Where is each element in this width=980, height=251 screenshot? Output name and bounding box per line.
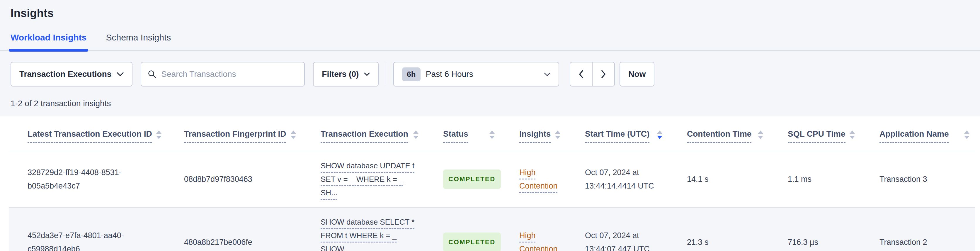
cell-application-name: Transaction 2 xyxy=(861,207,975,251)
cell-transaction-execution: SHOW database SELECT * FROM t WHERE k = … xyxy=(302,207,424,251)
column-header-application-name[interactable]: Application Name xyxy=(861,117,975,151)
cell-transaction-execution: SHOW database UPDATE t SET v = _ WHERE k… xyxy=(302,151,424,207)
table-row: 452da3e7-e7fa-4801-aa40- c59988d14eb6 48… xyxy=(9,207,975,251)
tab-workload-insights[interactable]: Workload Insights xyxy=(11,32,86,50)
transaction-statement-link[interactable]: SHOW database SELECT * FROM t WHERE k = … xyxy=(321,217,414,251)
cell-status: COMPLETED xyxy=(424,151,501,207)
cell-start-time: Oct 07, 2024 at 13:44:14.4414 UTC xyxy=(566,151,668,207)
chevron-down-icon xyxy=(364,72,370,76)
cell-contention-time: 21.3 s xyxy=(668,207,769,251)
filters-label: Filters (0) xyxy=(322,69,359,79)
page-title: Insights xyxy=(0,0,980,20)
cell-fingerprint-id: 480a8b217be006fe xyxy=(165,207,302,251)
sort-icon xyxy=(156,131,161,139)
search-input[interactable] xyxy=(161,69,298,79)
cell-contention-time: 14.1 s xyxy=(668,151,769,207)
vertical-divider xyxy=(386,62,386,86)
cell-fingerprint-id: 08d8b7d97f830463 xyxy=(165,151,302,207)
chevron-left-icon xyxy=(579,70,584,78)
insights-table-container: Latest Transaction Execution ID Transact… xyxy=(9,117,975,251)
results-count: 1-2 of 2 transaction insights xyxy=(11,99,980,108)
column-header-transaction-execution[interactable]: Transaction Execution xyxy=(302,117,424,151)
column-header-start-time[interactable]: Start Time (UTC) xyxy=(566,117,668,151)
chevron-down-icon xyxy=(117,72,124,76)
column-header-insights[interactable]: Insights xyxy=(501,117,566,151)
sort-icon xyxy=(964,131,969,139)
column-header-sql-cpu-time[interactable]: SQL CPU Time xyxy=(769,117,861,151)
cell-latest-execution-id: 328729d2-ff19-4408-8531- b05a5b4e43c7 xyxy=(9,151,165,207)
sort-icon xyxy=(291,131,296,139)
cell-sql-cpu-time: 1.1 ms xyxy=(769,151,861,207)
high-contention-link[interactable]: High Contention xyxy=(519,231,558,251)
tabs-bar: Workload Insights Schema Insights xyxy=(0,32,980,51)
time-range-chip: 6h xyxy=(402,67,420,81)
column-header-status[interactable]: Status xyxy=(424,117,501,151)
sort-icon xyxy=(489,131,495,139)
cell-sql-cpu-time: 716.3 µs xyxy=(769,207,861,251)
insights-header-section: Insights Workload Insights Schema Insigh… xyxy=(0,0,980,117)
chevron-right-icon xyxy=(601,70,606,78)
transaction-statement-link[interactable]: SHOW database UPDATE t SET v = _ WHERE k… xyxy=(321,161,414,197)
tab-label: Workload Insights xyxy=(11,32,86,42)
chevron-down-icon xyxy=(544,72,550,76)
cell-latest-execution-id: 452da3e7-e7fa-4801-aa40- c59988d14eb6 xyxy=(9,207,165,251)
cell-insights: High Contention xyxy=(501,151,566,207)
sort-icon xyxy=(555,131,560,139)
next-time-button[interactable] xyxy=(592,62,615,86)
now-button[interactable]: Now xyxy=(619,62,654,86)
time-range-label: Past 6 Hours xyxy=(426,69,473,79)
cell-insights: High Contention xyxy=(501,207,566,251)
prev-time-button[interactable] xyxy=(570,62,593,86)
search-icon xyxy=(148,70,156,78)
execution-type-dropdown[interactable]: Transaction Executions xyxy=(11,62,132,86)
transaction-insights-table: Latest Transaction Execution ID Transact… xyxy=(9,117,975,251)
table-row: 328729d2-ff19-4408-8531- b05a5b4e43c7 08… xyxy=(9,151,975,207)
tab-schema-insights[interactable]: Schema Insights xyxy=(106,32,171,50)
sort-icon-active-desc xyxy=(657,131,662,139)
status-badge: COMPLETED xyxy=(443,232,501,251)
time-range-picker[interactable]: 6h Past 6 Hours xyxy=(393,62,559,86)
time-range-pager xyxy=(570,62,615,86)
table-header-row: Latest Transaction Execution ID Transact… xyxy=(9,117,975,151)
cell-start-time: Oct 07, 2024 at 13:44:07.447 UTC xyxy=(566,207,668,251)
column-header-fingerprint-id[interactable]: Transaction Fingerprint ID xyxy=(165,117,302,151)
tab-label: Schema Insights xyxy=(106,32,171,42)
controls-row: Transaction Executions Filters (0) 6h Pa… xyxy=(11,62,969,86)
sort-icon xyxy=(758,131,763,139)
column-header-contention-time[interactable]: Contention Time xyxy=(668,117,769,151)
cell-status: COMPLETED xyxy=(424,207,501,251)
column-header-latest-execution-id[interactable]: Latest Transaction Execution ID xyxy=(9,117,165,151)
high-contention-link[interactable]: High Contention xyxy=(519,168,558,190)
sort-icon xyxy=(850,131,855,139)
execution-type-value: Transaction Executions xyxy=(19,69,111,79)
search-input-wrapper xyxy=(141,62,305,86)
status-badge: COMPLETED xyxy=(443,169,501,189)
filters-button[interactable]: Filters (0) xyxy=(313,62,379,86)
sort-icon xyxy=(413,131,418,139)
cell-application-name: Transaction 3 xyxy=(861,151,975,207)
